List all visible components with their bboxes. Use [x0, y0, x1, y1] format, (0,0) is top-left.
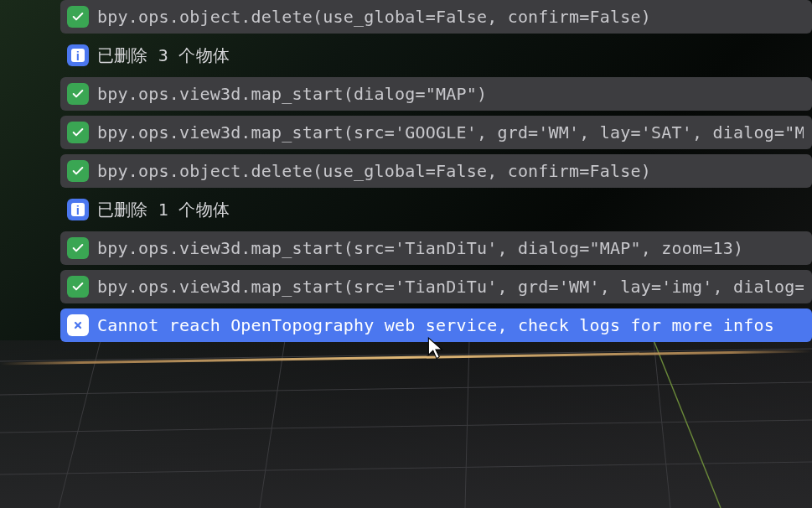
info-icon: i — [67, 44, 89, 66]
svg-line-4 — [59, 340, 101, 508]
check-icon — [67, 122, 89, 143]
log-text: bpy.ops.view3d.map_start(src='TianDiTu',… — [97, 276, 804, 298]
log-text: 已删除 1 个物体 — [97, 199, 230, 220]
log-row[interactable]: i 已删除 3 个物体 — [60, 39, 812, 72]
svg-line-0 — [0, 349, 812, 361]
check-icon — [67, 6, 89, 28]
svg-line-7 — [654, 340, 670, 508]
grid-floor — [0, 340, 812, 508]
svg-line-6 — [465, 340, 469, 508]
log-text: Cannot reach OpenTopography web service,… — [97, 314, 774, 336]
check-icon — [67, 160, 89, 182]
svg-line-8 — [654, 340, 721, 508]
log-text: bpy.ops.object.delete(use_global=False, … — [97, 6, 651, 28]
log-row[interactable]: i 已删除 1 个物体 — [60, 193, 812, 226]
error-icon — [67, 314, 89, 336]
log-row-error[interactable]: Cannot reach OpenTopography web service,… — [60, 308, 812, 342]
log-row[interactable]: bpy.ops.view3d.map_start(src='TianDiTu',… — [60, 270, 812, 303]
log-row[interactable]: bpy.ops.view3d.map_start(src='GOOGLE', g… — [60, 116, 812, 149]
terrain-selection-edge — [0, 350, 812, 365]
log-row[interactable]: bpy.ops.object.delete(use_global=False, … — [60, 154, 812, 188]
log-text: bpy.ops.view3d.map_start(src='TianDiTu',… — [97, 237, 743, 259]
svg-line-2 — [0, 420, 812, 433]
log-text: bpy.ops.view3d.map_start(src='GOOGLE', g… — [97, 122, 804, 143]
check-icon — [67, 83, 89, 105]
operator-log-panel: bpy.ops.object.delete(use_global=False, … — [60, 0, 812, 342]
log-row[interactable]: bpy.ops.view3d.map_start(dialog="MAP") — [60, 77, 812, 111]
check-icon — [67, 237, 89, 259]
svg-line-3 — [0, 462, 812, 474]
check-icon — [67, 276, 89, 298]
viewport-3d[interactable]: bpy.ops.object.delete(use_global=False, … — [0, 0, 812, 508]
log-row[interactable]: bpy.ops.object.delete(use_global=False, … — [60, 0, 812, 34]
log-row[interactable]: bpy.ops.view3d.map_start(src='TianDiTu',… — [60, 231, 812, 265]
log-text: bpy.ops.object.delete(use_global=False, … — [97, 160, 651, 182]
log-text: 已删除 3 个物体 — [97, 44, 230, 66]
svg-line-1 — [0, 382, 812, 395]
log-text: bpy.ops.view3d.map_start(dialog="MAP") — [97, 83, 487, 105]
info-icon: i — [67, 199, 89, 220]
svg-line-5 — [260, 340, 285, 508]
